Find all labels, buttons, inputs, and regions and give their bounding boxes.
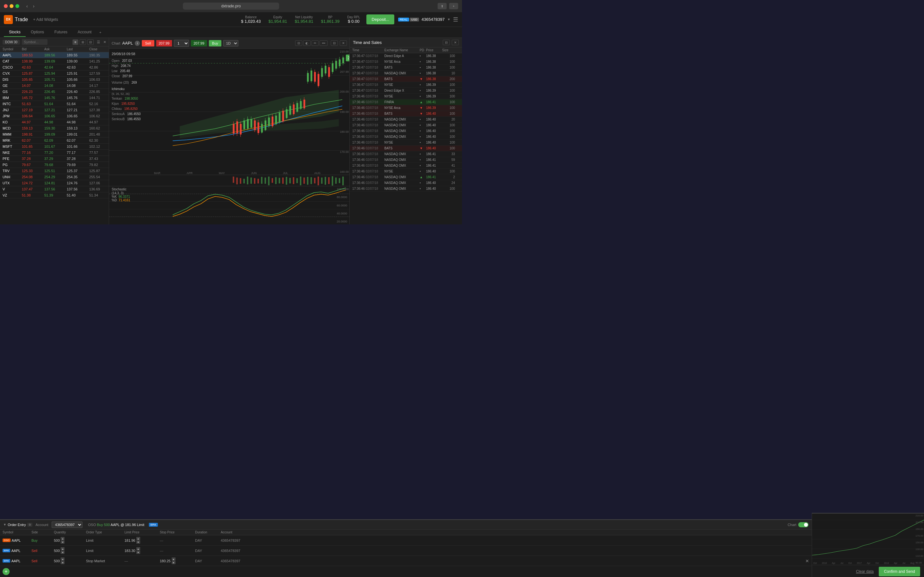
ts-row-11[interactable]: 17:36:46 02/07/18 NASDAQ OMX • 186.40 20 [350, 117, 462, 122]
list-view-button[interactable]: ≡ [73, 39, 78, 45]
ts-price-10: 186.40 [426, 112, 442, 115]
ts-expand-button[interactable]: ⊟ [443, 40, 450, 45]
ts-row-2[interactable]: 17:36:47 02/07/18 BATS • 186.38 100 [350, 65, 462, 71]
buy-price: 207.99 [191, 40, 207, 47]
chart-expand[interactable]: ⊟ [331, 40, 338, 46]
stock-row-pfe[interactable]: PFE 37.28 37.29 37.28 37.43 [0, 156, 109, 162]
chart-draw[interactable]: ✏ [312, 40, 318, 46]
stock-close-csco: 42.86 [89, 65, 108, 69]
tab-account[interactable]: Account [73, 28, 97, 37]
header-stats: Balance $ 1,020.43 Equity $1,954.81 Net … [241, 15, 360, 24]
stock-row-mcd[interactable]: MCD 159.13 159.30 159.13 160.62 [0, 125, 109, 131]
quantity-selector[interactable]: 1510 [174, 40, 189, 47]
ts-row-19[interactable]: 17:36:46 02/07/18 NASDAQ OMX • 186.41 41 [350, 163, 462, 169]
sell-button[interactable]: Sell [142, 40, 154, 47]
deposit-button[interactable]: Deposit... [367, 15, 394, 24]
fullscreen-window-button[interactable] [15, 4, 19, 8]
stock-row-msft[interactable]: MSFT 101.65 101.67 101.66 102.12 [0, 143, 109, 150]
stock-row-vz[interactable]: VZ 51.38 51.39 51.40 51.34 [0, 192, 109, 198]
ts-row-12[interactable]: 17:36:46 02/07/18 NASDAQ OMX • 186.40 10… [350, 122, 462, 128]
ts-row-7[interactable]: 17:36:46 02/07/18 NYSE • 186.39 100 [350, 93, 462, 99]
dow-index-badge[interactable]: DOW 30 [3, 40, 20, 45]
forward-button[interactable]: › [31, 3, 37, 9]
stock-row-mmm[interactable]: MMM 198.91 199.09 199.01 201.48 [0, 131, 109, 137]
stock-row-csco[interactable]: CSCO 42.63 42.64 42.63 42.86 [0, 64, 109, 71]
back-button[interactable]: ‹ [24, 3, 30, 9]
ts-row-1[interactable]: 17:36:47 02/07/18 NYSE Arca • 186.38 100 [350, 59, 462, 65]
stock-ask-v: 137.56 [44, 187, 67, 191]
stock-row-unh[interactable]: UNH 254.08 254.29 254.35 255.54 [0, 174, 109, 180]
close-window-button[interactable] [4, 4, 8, 8]
stocks-panel-menu[interactable]: ☰ [97, 40, 100, 44]
share-button[interactable]: ⬆ [438, 3, 447, 9]
period-selector[interactable]: 1D1W1M [223, 40, 238, 47]
ts-row-18[interactable]: 17:36:46 02/07/18 NASDAQ OMX • 186.41 59 [350, 157, 462, 163]
ts-row-13[interactable]: 17:36:46 02/07/18 NASDAQ OMX • 186.40 10… [350, 128, 462, 134]
balance-value: $ 1,020.43 [241, 19, 260, 24]
stock-row-nke[interactable]: NKE 77.16 77.20 77.17 77.57 [0, 150, 109, 156]
stock-row-mrk[interactable]: MRK 62.07 62.09 62.07 62.30 [0, 137, 109, 143]
account-dropdown-arrow[interactable]: ▼ [447, 18, 451, 21]
stock-row-intc[interactable]: INTC 51.63 51.64 51.64 52.16 [0, 101, 109, 107]
ts-row-5[interactable]: 17:36:47 02/07/18 NYSE • 186.39 100 [350, 82, 462, 88]
ts-row-17[interactable]: 17:36:46 02/07/18 NASDAQ OMX • 186.41 33 [350, 151, 462, 157]
grid-view-button[interactable]: ⊞ [79, 39, 86, 45]
ts-row-9[interactable]: 17:36:46 02/07/18 NYSE Arca ▼ 186.39 100 [350, 105, 462, 111]
ts-row-21[interactable]: 17:36:46 02/07/18 NASDAQ OMX ▲ 186.41 2 [350, 174, 462, 180]
tab-stocks[interactable]: Stocks [4, 28, 26, 37]
ts-row-4[interactable]: 17:36:47 02/07/18 BATS ▼ 186.38 200 [350, 76, 462, 82]
ts-size-8: 100 [442, 100, 455, 104]
chart-indicators[interactable]: ◐ [303, 40, 310, 46]
detail-view-button[interactable]: ⊟ [87, 39, 94, 45]
stock-row-cvx[interactable]: CVX 125.87 125.94 125.91 127.59 [0, 71, 109, 77]
ts-price-15: 186.40 [426, 141, 442, 144]
stock-row-trv[interactable]: TRV 125.33 125.51 125.37 125.87 [0, 168, 109, 174]
chart-bar-type[interactable]: ⊟ [295, 40, 302, 46]
menu-button[interactable]: ☰ [453, 16, 458, 23]
ts-row-0[interactable]: 17:36:47 02/07/18 Direct Edge A • 186.38… [350, 53, 462, 59]
buy-button[interactable]: Buy [209, 40, 221, 47]
stock-close-msft: 102.12 [89, 145, 108, 148]
minimize-window-button[interactable] [10, 4, 13, 8]
chart-info-button[interactable]: i [135, 41, 140, 46]
stock-row-aapl[interactable]: AAPL 189.53 189.56 189.55 190.35 [0, 52, 109, 58]
ts-row-22[interactable]: 17:36:46 02/07/18 NASDAQ OMX • 186.40 24 [350, 180, 462, 186]
ts-row-8[interactable]: 17:36:46 02/07/18 FINRA ▲ 186.41 100 [350, 99, 462, 105]
ts-row-16[interactable]: 17:36:46 02/07/18 BATS ▼ 186.40 100 [350, 145, 462, 151]
ts-row-10[interactable]: 17:36:46 02/07/18 BATS ▼ 186.40 100 [350, 111, 462, 117]
stock-row-ibm[interactable]: IBM 145.72 145.76 145.76 144.71 [0, 95, 109, 101]
add-widgets-button[interactable]: + Add Widgets [33, 17, 58, 22]
ts-close-button[interactable]: ✕ [452, 40, 459, 45]
stocks-panel-close[interactable]: ✕ [103, 40, 106, 44]
stock-row-jnj[interactable]: JNJ 127.19 127.21 127.21 127.38 [0, 107, 109, 113]
add-tab-button[interactable]: + [449, 3, 458, 9]
stock-close-jnj: 127.38 [89, 108, 108, 112]
chart-more[interactable]: ••• [320, 40, 328, 46]
stock-row-ko[interactable]: KO 44.97 44.98 44.98 44.97 [0, 119, 109, 125]
ts-row-23[interactable]: 17:36:46 02/07/18 NASDAQ OMX • 186.40 10… [350, 186, 462, 192]
stock-row-pg[interactable]: PG 79.67 79.68 79.69 79.82 [0, 162, 109, 168]
stock-row-jpm[interactable]: JPM 106.64 106.65 106.65 106.62 [0, 113, 109, 119]
stock-row-utx[interactable]: UTX 124.72 124.81 124.76 127.06 [0, 180, 109, 186]
account-badges: REAL USD [398, 18, 419, 21]
stock-row-v[interactable]: V 137.47 137.56 137.56 136.69 [0, 186, 109, 192]
tab-futures[interactable]: Futures [49, 28, 73, 37]
ts-row-15[interactable]: 17:36:46 02/07/18 NYSE • 186.40 100 [350, 140, 462, 145]
address-bar[interactable]: dxtrade.pro [183, 3, 279, 10]
ts-row-20[interactable]: 17:36:46 02/07/18 NYSE • 186.40 100 [350, 169, 462, 174]
svg-rect-79 [247, 177, 248, 184]
stock-bid-mcd: 159.13 [22, 126, 44, 130]
ts-row-14[interactable]: 17:36:46 02/07/18 NASDAQ OMX • 186.40 10… [350, 134, 462, 140]
candlestick-chart[interactable]: 207.99 [109, 49, 349, 175]
ts-row-3[interactable]: 17:36:47 02/07/18 NASDAQ OMX • 186.38 10 [350, 71, 462, 76]
stock-row-dis[interactable]: DIS 105.65 105.71 105.66 106.03 [0, 77, 109, 83]
symbol-search-input[interactable] [22, 39, 47, 45]
stock-row-gs[interactable]: GS 226.23 226.45 226.40 226.85 [0, 89, 109, 95]
chart-close[interactable]: ✕ [340, 40, 347, 46]
add-tab-button[interactable]: + [99, 31, 101, 34]
stock-row-ge[interactable]: GE 14.07 14.08 14.08 14.17 [0, 83, 109, 89]
stock-row-cat[interactable]: CAT 138.99 139.09 139.00 141.25 [0, 58, 109, 64]
ts-row-6[interactable]: 17:36:47 02/07/18 Direct Edge X • 186.39… [350, 88, 462, 93]
svg-rect-80 [250, 177, 252, 184]
tab-options[interactable]: Options [26, 28, 49, 37]
